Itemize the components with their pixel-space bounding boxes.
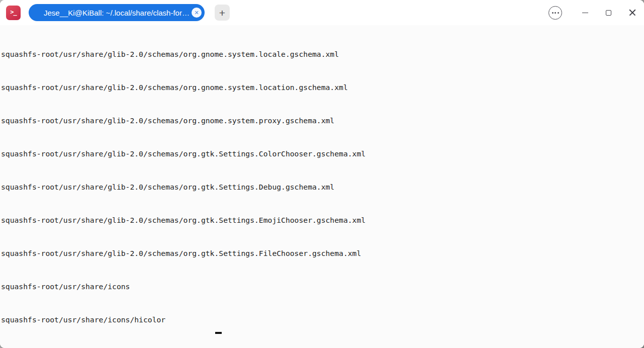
minimize-icon bbox=[582, 13, 588, 13]
stray-underscore-mark bbox=[215, 332, 222, 334]
terminal-prompt-glyph: >_ bbox=[10, 9, 16, 15]
terminal-line: squashfs-root/usr/share/glib-2.0/schemas… bbox=[1, 49, 644, 60]
close-icon bbox=[629, 9, 636, 16]
minimize-button[interactable] bbox=[573, 0, 597, 25]
close-button[interactable] bbox=[620, 0, 644, 25]
terminal-line: squashfs-root/usr/share/glib-2.0/schemas… bbox=[1, 148, 644, 159]
terminal-line: squashfs-root/usr/share/glib-2.0/schemas… bbox=[1, 82, 644, 93]
tab-close-button[interactable]: ✕ bbox=[192, 8, 202, 18]
terminal-line: squashfs-root/usr/share/glib-2.0/schemas… bbox=[1, 215, 644, 226]
titlebar: >_ Jese__Ki@KiBall: ~/.local/share/clash… bbox=[0, 0, 644, 25]
maximize-button[interactable] bbox=[597, 0, 620, 25]
terminal-output[interactable]: squashfs-root/usr/share/glib-2.0/schemas… bbox=[0, 25, 644, 348]
close-icon: ✕ bbox=[194, 10, 199, 16]
terminal-line: squashfs-root/usr/share/glib-2.0/schemas… bbox=[1, 248, 644, 259]
terminal-line: squashfs-root/usr/share/glib-2.0/schemas… bbox=[1, 182, 644, 193]
new-tab-button[interactable]: + bbox=[215, 5, 230, 21]
ellipsis-icon bbox=[552, 12, 554, 14]
terminal-line: squashfs-root/usr/share/glib-2.0/schemas… bbox=[1, 115, 644, 126]
menu-button[interactable] bbox=[548, 6, 562, 20]
maximize-icon bbox=[606, 10, 611, 16]
plus-icon: + bbox=[219, 8, 225, 18]
tab-title: Jese__Ki@KiBall: ~/.local/share/clash-fo… bbox=[44, 9, 190, 17]
terminal-line: squashfs-root/usr/share/icons/hicolor bbox=[1, 314, 644, 325]
terminal-app-icon: >_ bbox=[6, 6, 21, 20]
terminal-window: >_ Jese__Ki@KiBall: ~/.local/share/clash… bbox=[0, 0, 644, 348]
tab-active[interactable]: Jese__Ki@KiBall: ~/.local/share/clash-fo… bbox=[29, 4, 205, 21]
terminal-line: squashfs-root/usr/share/icons bbox=[1, 281, 644, 292]
